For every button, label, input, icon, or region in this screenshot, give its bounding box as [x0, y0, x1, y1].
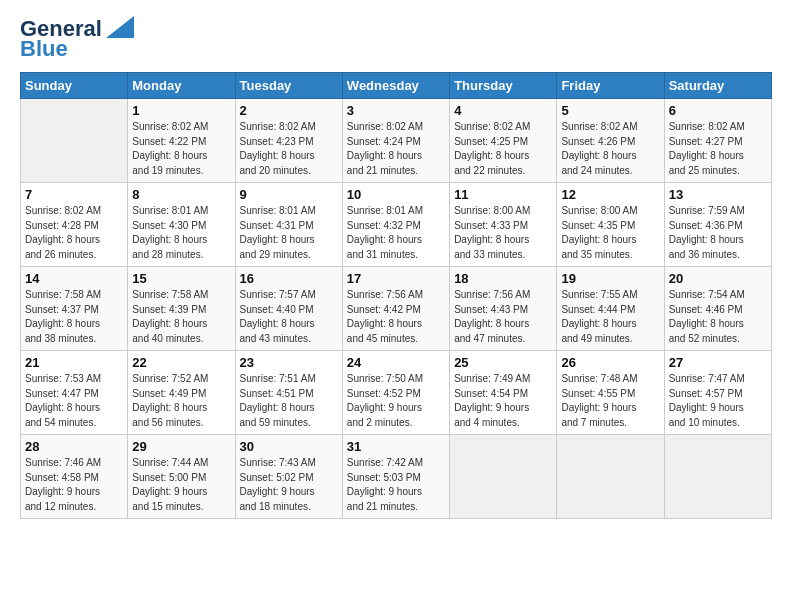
weekday-header-thursday: Thursday — [450, 73, 557, 99]
calendar-cell: 24Sunrise: 7:50 AM Sunset: 4:52 PM Dayli… — [342, 351, 449, 435]
calendar-cell: 2Sunrise: 8:02 AM Sunset: 4:23 PM Daylig… — [235, 99, 342, 183]
day-number: 26 — [561, 355, 659, 370]
day-number: 23 — [240, 355, 338, 370]
cell-info: Sunrise: 7:58 AM Sunset: 4:39 PM Dayligh… — [132, 288, 230, 346]
weekday-row: SundayMondayTuesdayWednesdayThursdayFrid… — [21, 73, 772, 99]
cell-info: Sunrise: 7:55 AM Sunset: 4:44 PM Dayligh… — [561, 288, 659, 346]
weekday-header-monday: Monday — [128, 73, 235, 99]
day-number: 30 — [240, 439, 338, 454]
week-row-1: 1Sunrise: 8:02 AM Sunset: 4:22 PM Daylig… — [21, 99, 772, 183]
cell-info: Sunrise: 7:50 AM Sunset: 4:52 PM Dayligh… — [347, 372, 445, 430]
day-number: 25 — [454, 355, 552, 370]
calendar-cell: 21Sunrise: 7:53 AM Sunset: 4:47 PM Dayli… — [21, 351, 128, 435]
day-number: 15 — [132, 271, 230, 286]
calendar-cell: 14Sunrise: 7:58 AM Sunset: 4:37 PM Dayli… — [21, 267, 128, 351]
day-number: 9 — [240, 187, 338, 202]
calendar-cell: 29Sunrise: 7:44 AM Sunset: 5:00 PM Dayli… — [128, 435, 235, 519]
calendar-cell: 12Sunrise: 8:00 AM Sunset: 4:35 PM Dayli… — [557, 183, 664, 267]
calendar-header: SundayMondayTuesdayWednesdayThursdayFrid… — [21, 73, 772, 99]
cell-info: Sunrise: 7:58 AM Sunset: 4:37 PM Dayligh… — [25, 288, 123, 346]
day-number: 28 — [25, 439, 123, 454]
calendar-cell: 4Sunrise: 8:02 AM Sunset: 4:25 PM Daylig… — [450, 99, 557, 183]
calendar-cell: 5Sunrise: 8:02 AM Sunset: 4:26 PM Daylig… — [557, 99, 664, 183]
cell-info: Sunrise: 8:02 AM Sunset: 4:26 PM Dayligh… — [561, 120, 659, 178]
day-number: 20 — [669, 271, 767, 286]
day-number: 1 — [132, 103, 230, 118]
calendar-cell — [664, 435, 771, 519]
cell-info: Sunrise: 8:01 AM Sunset: 4:31 PM Dayligh… — [240, 204, 338, 262]
weekday-header-saturday: Saturday — [664, 73, 771, 99]
day-number: 3 — [347, 103, 445, 118]
calendar-cell: 18Sunrise: 7:56 AM Sunset: 4:43 PM Dayli… — [450, 267, 557, 351]
cell-info: Sunrise: 8:02 AM Sunset: 4:28 PM Dayligh… — [25, 204, 123, 262]
logo-blue: Blue — [20, 36, 68, 62]
cell-info: Sunrise: 7:52 AM Sunset: 4:49 PM Dayligh… — [132, 372, 230, 430]
cell-info: Sunrise: 7:57 AM Sunset: 4:40 PM Dayligh… — [240, 288, 338, 346]
day-number: 22 — [132, 355, 230, 370]
calendar-cell — [21, 99, 128, 183]
cell-info: Sunrise: 7:43 AM Sunset: 5:02 PM Dayligh… — [240, 456, 338, 514]
cell-info: Sunrise: 7:51 AM Sunset: 4:51 PM Dayligh… — [240, 372, 338, 430]
cell-info: Sunrise: 8:00 AM Sunset: 4:33 PM Dayligh… — [454, 204, 552, 262]
calendar-cell: 13Sunrise: 7:59 AM Sunset: 4:36 PM Dayli… — [664, 183, 771, 267]
cell-info: Sunrise: 8:01 AM Sunset: 4:30 PM Dayligh… — [132, 204, 230, 262]
day-number: 10 — [347, 187, 445, 202]
cell-info: Sunrise: 7:42 AM Sunset: 5:03 PM Dayligh… — [347, 456, 445, 514]
cell-info: Sunrise: 7:56 AM Sunset: 4:42 PM Dayligh… — [347, 288, 445, 346]
calendar-cell: 10Sunrise: 8:01 AM Sunset: 4:32 PM Dayli… — [342, 183, 449, 267]
calendar-body: 1Sunrise: 8:02 AM Sunset: 4:22 PM Daylig… — [21, 99, 772, 519]
cell-info: Sunrise: 7:48 AM Sunset: 4:55 PM Dayligh… — [561, 372, 659, 430]
logo: General Blue — [20, 16, 134, 62]
cell-info: Sunrise: 7:44 AM Sunset: 5:00 PM Dayligh… — [132, 456, 230, 514]
page: General Blue SundayMondayTuesdayWednesda… — [0, 0, 792, 612]
day-number: 2 — [240, 103, 338, 118]
day-number: 4 — [454, 103, 552, 118]
cell-info: Sunrise: 7:53 AM Sunset: 4:47 PM Dayligh… — [25, 372, 123, 430]
week-row-4: 21Sunrise: 7:53 AM Sunset: 4:47 PM Dayli… — [21, 351, 772, 435]
calendar-cell: 30Sunrise: 7:43 AM Sunset: 5:02 PM Dayli… — [235, 435, 342, 519]
cell-info: Sunrise: 8:02 AM Sunset: 4:23 PM Dayligh… — [240, 120, 338, 178]
calendar-cell: 26Sunrise: 7:48 AM Sunset: 4:55 PM Dayli… — [557, 351, 664, 435]
calendar-cell: 31Sunrise: 7:42 AM Sunset: 5:03 PM Dayli… — [342, 435, 449, 519]
day-number: 17 — [347, 271, 445, 286]
day-number: 11 — [454, 187, 552, 202]
weekday-header-friday: Friday — [557, 73, 664, 99]
cell-info: Sunrise: 8:02 AM Sunset: 4:24 PM Dayligh… — [347, 120, 445, 178]
calendar-cell — [450, 435, 557, 519]
weekday-header-sunday: Sunday — [21, 73, 128, 99]
day-number: 21 — [25, 355, 123, 370]
day-number: 19 — [561, 271, 659, 286]
calendar-cell: 1Sunrise: 8:02 AM Sunset: 4:22 PM Daylig… — [128, 99, 235, 183]
calendar-cell: 19Sunrise: 7:55 AM Sunset: 4:44 PM Dayli… — [557, 267, 664, 351]
calendar-cell: 7Sunrise: 8:02 AM Sunset: 4:28 PM Daylig… — [21, 183, 128, 267]
weekday-header-wednesday: Wednesday — [342, 73, 449, 99]
calendar-cell: 20Sunrise: 7:54 AM Sunset: 4:46 PM Dayli… — [664, 267, 771, 351]
calendar-cell — [557, 435, 664, 519]
calendar-cell: 17Sunrise: 7:56 AM Sunset: 4:42 PM Dayli… — [342, 267, 449, 351]
day-number: 27 — [669, 355, 767, 370]
logo-icon — [106, 16, 134, 38]
day-number: 13 — [669, 187, 767, 202]
cell-info: Sunrise: 7:46 AM Sunset: 4:58 PM Dayligh… — [25, 456, 123, 514]
day-number: 24 — [347, 355, 445, 370]
calendar-cell: 6Sunrise: 8:02 AM Sunset: 4:27 PM Daylig… — [664, 99, 771, 183]
week-row-5: 28Sunrise: 7:46 AM Sunset: 4:58 PM Dayli… — [21, 435, 772, 519]
calendar-cell: 8Sunrise: 8:01 AM Sunset: 4:30 PM Daylig… — [128, 183, 235, 267]
day-number: 16 — [240, 271, 338, 286]
calendar-cell: 28Sunrise: 7:46 AM Sunset: 4:58 PM Dayli… — [21, 435, 128, 519]
day-number: 7 — [25, 187, 123, 202]
day-number: 14 — [25, 271, 123, 286]
calendar-table: SundayMondayTuesdayWednesdayThursdayFrid… — [20, 72, 772, 519]
day-number: 12 — [561, 187, 659, 202]
calendar-cell: 22Sunrise: 7:52 AM Sunset: 4:49 PM Dayli… — [128, 351, 235, 435]
cell-info: Sunrise: 7:56 AM Sunset: 4:43 PM Dayligh… — [454, 288, 552, 346]
calendar-cell: 3Sunrise: 8:02 AM Sunset: 4:24 PM Daylig… — [342, 99, 449, 183]
cell-info: Sunrise: 7:54 AM Sunset: 4:46 PM Dayligh… — [669, 288, 767, 346]
calendar-cell: 15Sunrise: 7:58 AM Sunset: 4:39 PM Dayli… — [128, 267, 235, 351]
day-number: 8 — [132, 187, 230, 202]
week-row-2: 7Sunrise: 8:02 AM Sunset: 4:28 PM Daylig… — [21, 183, 772, 267]
header: General Blue — [20, 16, 772, 62]
week-row-3: 14Sunrise: 7:58 AM Sunset: 4:37 PM Dayli… — [21, 267, 772, 351]
calendar-cell: 27Sunrise: 7:47 AM Sunset: 4:57 PM Dayli… — [664, 351, 771, 435]
cell-info: Sunrise: 8:02 AM Sunset: 4:25 PM Dayligh… — [454, 120, 552, 178]
